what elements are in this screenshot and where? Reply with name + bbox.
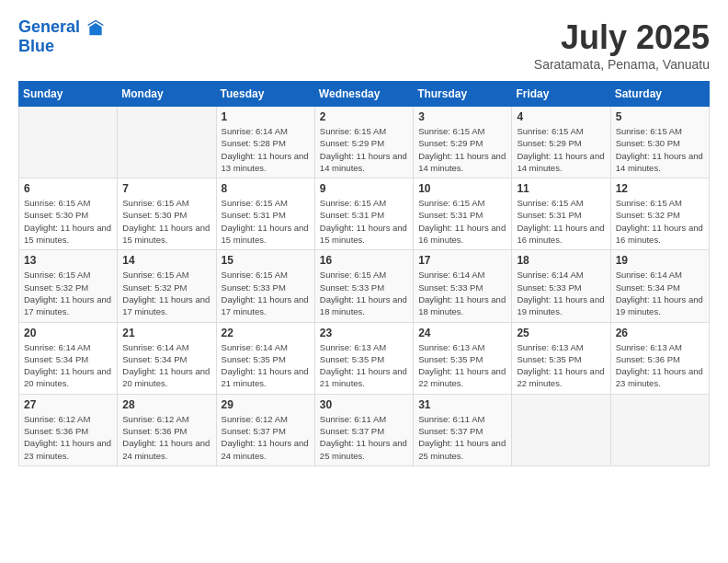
day-info: Sunrise: 6:15 AM Sunset: 5:29 PM Dayligh… — [320, 125, 408, 174]
day-cell: 7Sunrise: 6:15 AM Sunset: 5:30 PM Daylig… — [118, 178, 216, 250]
week-row-2: 6Sunrise: 6:15 AM Sunset: 5:30 PM Daylig… — [19, 178, 710, 250]
weekday-header-friday: Friday — [512, 82, 610, 107]
month-title: July 2025 — [534, 18, 710, 57]
day-cell: 29Sunrise: 6:12 AM Sunset: 5:37 PM Dayli… — [216, 394, 314, 465]
day-info: Sunrise: 6:15 AM Sunset: 5:31 PM Dayligh… — [222, 197, 310, 246]
day-number: 14 — [122, 254, 210, 267]
day-cell: 15Sunrise: 6:15 AM Sunset: 5:33 PM Dayli… — [216, 250, 314, 322]
day-number: 23 — [320, 327, 408, 339]
week-row-4: 20Sunrise: 6:14 AM Sunset: 5:34 PM Dayli… — [19, 322, 710, 394]
day-info: Sunrise: 6:15 AM Sunset: 5:30 PM Dayligh… — [616, 125, 704, 174]
day-info: Sunrise: 6:15 AM Sunset: 5:30 PM Dayligh… — [24, 197, 112, 246]
day-number: 13 — [24, 254, 112, 267]
day-number: 26 — [616, 327, 704, 339]
day-cell: 25Sunrise: 6:13 AM Sunset: 5:35 PM Dayli… — [512, 322, 610, 394]
day-number: 24 — [418, 327, 506, 339]
day-info: Sunrise: 6:14 AM Sunset: 5:35 PM Dayligh… — [222, 341, 310, 390]
day-info: Sunrise: 6:13 AM Sunset: 5:35 PM Dayligh… — [320, 341, 408, 390]
day-cell: 13Sunrise: 6:15 AM Sunset: 5:32 PM Dayli… — [19, 250, 118, 322]
logo-blue: Blue — [18, 37, 105, 56]
day-cell: 3Sunrise: 6:15 AM Sunset: 5:29 PM Daylig… — [414, 107, 512, 178]
day-info: Sunrise: 6:15 AM Sunset: 5:32 PM Dayligh… — [24, 269, 112, 317]
day-cell — [118, 107, 216, 178]
day-info: Sunrise: 6:14 AM Sunset: 5:33 PM Dayligh… — [517, 269, 605, 317]
day-cell: 2Sunrise: 6:15 AM Sunset: 5:29 PM Daylig… — [314, 107, 413, 178]
day-number: 29 — [222, 398, 310, 411]
day-cell — [610, 394, 709, 465]
day-cell — [512, 394, 610, 465]
day-number: 6 — [24, 182, 112, 195]
day-cell: 4Sunrise: 6:15 AM Sunset: 5:29 PM Daylig… — [512, 107, 610, 178]
day-cell: 18Sunrise: 6:14 AM Sunset: 5:33 PM Dayli… — [512, 250, 610, 322]
day-cell: 8Sunrise: 6:15 AM Sunset: 5:31 PM Daylig… — [216, 178, 314, 250]
weekday-header-saturday: Saturday — [610, 82, 709, 107]
day-cell: 24Sunrise: 6:13 AM Sunset: 5:35 PM Dayli… — [414, 322, 512, 394]
day-number: 4 — [517, 110, 605, 123]
page-header: General Blue July 2025 Saratamata, Penam… — [18, 18, 710, 72]
day-cell: 9Sunrise: 6:15 AM Sunset: 5:31 PM Daylig… — [314, 178, 413, 250]
day-cell: 30Sunrise: 6:11 AM Sunset: 5:37 PM Dayli… — [314, 394, 413, 465]
day-number: 16 — [320, 254, 408, 267]
day-info: Sunrise: 6:14 AM Sunset: 5:33 PM Dayligh… — [418, 269, 506, 317]
day-cell: 5Sunrise: 6:15 AM Sunset: 5:30 PM Daylig… — [610, 107, 709, 178]
day-number: 10 — [418, 182, 506, 195]
day-cell: 10Sunrise: 6:15 AM Sunset: 5:31 PM Dayli… — [414, 178, 512, 250]
day-info: Sunrise: 6:12 AM Sunset: 5:36 PM Dayligh… — [122, 413, 210, 462]
day-number: 25 — [517, 327, 605, 339]
day-number: 5 — [616, 110, 704, 123]
day-info: Sunrise: 6:14 AM Sunset: 5:34 PM Dayligh… — [24, 341, 112, 390]
day-cell: 26Sunrise: 6:13 AM Sunset: 5:36 PM Dayli… — [610, 322, 709, 394]
day-number: 3 — [418, 110, 506, 123]
day-info: Sunrise: 6:12 AM Sunset: 5:37 PM Dayligh… — [222, 413, 310, 462]
weekday-header-monday: Monday — [118, 82, 216, 107]
day-number: 30 — [320, 398, 408, 411]
weekday-header-thursday: Thursday — [414, 82, 512, 107]
logo-text: General — [18, 18, 105, 37]
day-cell: 23Sunrise: 6:13 AM Sunset: 5:35 PM Dayli… — [314, 322, 413, 394]
day-number: 8 — [222, 182, 310, 195]
day-info: Sunrise: 6:15 AM Sunset: 5:30 PM Dayligh… — [122, 197, 210, 246]
week-row-3: 13Sunrise: 6:15 AM Sunset: 5:32 PM Dayli… — [19, 250, 710, 322]
day-number: 18 — [517, 254, 605, 267]
weekday-header-tuesday: Tuesday — [216, 82, 314, 107]
day-cell: 17Sunrise: 6:14 AM Sunset: 5:33 PM Dayli… — [414, 250, 512, 322]
day-number: 1 — [222, 110, 310, 123]
day-number: 2 — [320, 110, 408, 123]
day-number: 11 — [517, 182, 605, 195]
day-cell: 11Sunrise: 6:15 AM Sunset: 5:31 PM Dayli… — [512, 178, 610, 250]
day-info: Sunrise: 6:15 AM Sunset: 5:32 PM Dayligh… — [122, 269, 210, 317]
location: Saratamata, Penama, Vanuatu — [534, 57, 710, 72]
day-info: Sunrise: 6:15 AM Sunset: 5:31 PM Dayligh… — [517, 197, 605, 246]
day-number: 17 — [418, 254, 506, 267]
day-cell: 16Sunrise: 6:15 AM Sunset: 5:33 PM Dayli… — [314, 250, 413, 322]
week-row-5: 27Sunrise: 6:12 AM Sunset: 5:36 PM Dayli… — [19, 394, 710, 465]
day-cell: 19Sunrise: 6:14 AM Sunset: 5:34 PM Dayli… — [610, 250, 709, 322]
day-cell: 22Sunrise: 6:14 AM Sunset: 5:35 PM Dayli… — [216, 322, 314, 394]
calendar-table: SundayMondayTuesdayWednesdayThursdayFrid… — [18, 81, 710, 466]
day-number: 19 — [616, 254, 704, 267]
day-info: Sunrise: 6:15 AM Sunset: 5:31 PM Dayligh… — [320, 197, 408, 246]
logo-icon — [86, 18, 105, 37]
day-info: Sunrise: 6:15 AM Sunset: 5:32 PM Dayligh… — [616, 197, 704, 246]
day-number: 27 — [24, 398, 112, 411]
day-number: 9 — [320, 182, 408, 195]
weekday-header-row: SundayMondayTuesdayWednesdayThursdayFrid… — [19, 82, 710, 107]
day-cell: 21Sunrise: 6:14 AM Sunset: 5:34 PM Dayli… — [118, 322, 216, 394]
day-info: Sunrise: 6:15 AM Sunset: 5:29 PM Dayligh… — [418, 125, 506, 174]
logo: General Blue — [18, 18, 105, 56]
day-info: Sunrise: 6:15 AM Sunset: 5:33 PM Dayligh… — [222, 269, 310, 317]
day-number: 7 — [122, 182, 210, 195]
weekday-header-sunday: Sunday — [19, 82, 118, 107]
weekday-header-wednesday: Wednesday — [314, 82, 413, 107]
day-number: 28 — [122, 398, 210, 411]
day-number: 15 — [222, 254, 310, 267]
day-info: Sunrise: 6:14 AM Sunset: 5:34 PM Dayligh… — [616, 269, 704, 317]
day-cell: 20Sunrise: 6:14 AM Sunset: 5:34 PM Dayli… — [19, 322, 118, 394]
week-row-1: 1Sunrise: 6:14 AM Sunset: 5:28 PM Daylig… — [19, 107, 710, 178]
day-cell: 14Sunrise: 6:15 AM Sunset: 5:32 PM Dayli… — [118, 250, 216, 322]
day-info: Sunrise: 6:15 AM Sunset: 5:33 PM Dayligh… — [320, 269, 408, 317]
day-info: Sunrise: 6:15 AM Sunset: 5:29 PM Dayligh… — [517, 125, 605, 174]
day-cell: 27Sunrise: 6:12 AM Sunset: 5:36 PM Dayli… — [19, 394, 118, 465]
day-cell: 31Sunrise: 6:11 AM Sunset: 5:37 PM Dayli… — [414, 394, 512, 465]
day-number: 12 — [616, 182, 704, 195]
